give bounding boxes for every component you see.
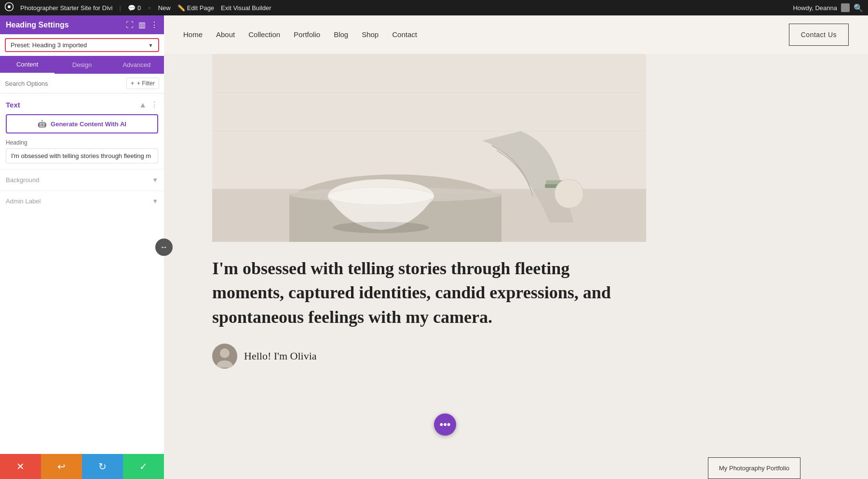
search-filter-row: + + Filter	[0, 74, 164, 93]
cancel-button[interactable]: ✕	[0, 454, 41, 479]
admin-label-chevron-icon: ▼	[152, 198, 158, 205]
heading-field-input[interactable]	[6, 148, 158, 163]
redo-icon: ↻	[98, 461, 107, 472]
howdy-label: Howdy, Deanna	[793, 4, 837, 12]
redo-button[interactable]: ↻	[82, 454, 123, 479]
hero-svg	[212, 54, 646, 242]
exit-builder-link[interactable]: Exit Visual Builder	[221, 4, 271, 12]
panel-header: Heading Settings ⛶ ▥ ⋮	[0, 15, 164, 34]
text-section-header: Text ▲ ⋮	[0, 93, 164, 114]
svg-point-14	[555, 179, 583, 208]
admin-label-section: Admin Label ▼	[0, 190, 164, 212]
save-button[interactable]: ✓	[123, 454, 164, 479]
admin-bar-sep: |	[119, 4, 121, 12]
nav-item-portfolio[interactable]: Portfolio	[294, 30, 320, 39]
admin-label-section-header[interactable]: Admin Label ▼	[0, 191, 164, 212]
author-name: Hello! I'm Olivia	[244, 350, 317, 362]
svg-point-10	[328, 187, 434, 205]
svg-point-1	[8, 5, 11, 8]
background-chevron-icon: ▼	[152, 176, 158, 184]
nav-link-blog[interactable]: Blog	[334, 30, 348, 39]
bottom-action-bar: ✕ ↩ ↻ ✓	[0, 454, 164, 479]
nav-link-home[interactable]: Home	[183, 30, 203, 39]
admin-search-button[interactable]: 🔍	[854, 3, 863, 13]
wp-logo-icon[interactable]	[5, 2, 14, 13]
fullscreen-icon[interactable]: ⛶	[126, 21, 134, 29]
hero-image	[212, 54, 646, 242]
svg-point-11	[333, 222, 429, 233]
comment-bubble-icon: 💬	[128, 4, 136, 12]
page-content: I'm obsessed with telling stories throug…	[164, 54, 868, 393]
author-row: Hello! I'm Olivia	[212, 344, 820, 369]
background-label: Background	[6, 176, 39, 184]
panel-drag-handle[interactable]: ↔	[155, 239, 173, 256]
floating-action-button[interactable]: •••	[434, 413, 456, 436]
nav-item-blog[interactable]: Blog	[334, 30, 348, 39]
admin-user-area: Howdy, Deanna 🔍	[793, 3, 863, 13]
nav-item-home[interactable]: Home	[183, 30, 203, 39]
nav-item-about[interactable]: About	[216, 30, 235, 39]
fab-icon: •••	[439, 418, 450, 431]
collapse-text-icon[interactable]: ▲	[139, 101, 147, 109]
page-area: Home About Collection Portfolio Blog Sho…	[164, 15, 868, 479]
contact-us-button[interactable]: Contact Us	[789, 24, 849, 46]
settings-tabs: Content Design Advanced	[0, 56, 164, 74]
cancel-icon: ✕	[16, 461, 25, 472]
preset-chevron-icon: ▼	[148, 42, 153, 48]
hero-heading: I'm obsessed with telling stories throug…	[212, 256, 632, 329]
nav-item-collection[interactable]: Collection	[248, 30, 280, 39]
nav-item-shop[interactable]: Shop	[362, 30, 379, 39]
preset-dropdown[interactable]: Preset: Heading 3 imported ▼	[5, 38, 159, 52]
panel-header-actions: ⛶ ▥ ⋮	[126, 20, 158, 29]
admin-avatar	[841, 3, 850, 12]
new-link[interactable]: New	[158, 4, 171, 12]
avatar-svg	[212, 344, 237, 369]
preset-label: Preset: Heading 3 imported	[11, 41, 87, 49]
heading-field-group: Heading	[0, 139, 164, 169]
text-section-title: Text	[6, 101, 20, 109]
svg-rect-3	[212, 54, 646, 189]
comments-link[interactable]: 💬 0	[128, 4, 141, 12]
nav-links: Home About Collection Portfolio Blog Sho…	[183, 30, 417, 39]
nav-link-about[interactable]: About	[216, 30, 235, 39]
tab-design[interactable]: Design	[54, 56, 109, 74]
columns-icon[interactable]: ▥	[138, 20, 146, 29]
filter-button[interactable]: + + Filter	[126, 78, 159, 89]
text-section-actions: ▲ ⋮	[139, 100, 158, 109]
site-name[interactable]: Photographer Starter Site for Divi	[20, 4, 112, 12]
admin-label-text: Admin Label	[6, 198, 41, 205]
heading-field-label: Heading	[6, 139, 158, 146]
nav-item-contact[interactable]: Contact	[392, 30, 417, 39]
nav-link-shop[interactable]: Shop	[362, 30, 379, 39]
background-section-header[interactable]: Background ▼	[0, 170, 164, 190]
nav-link-collection[interactable]: Collection	[248, 30, 280, 39]
search-input[interactable]	[5, 80, 122, 87]
panel-title: Heading Settings	[6, 21, 69, 29]
more-text-icon[interactable]: ⋮	[150, 100, 158, 109]
undo-button[interactable]: ↩	[41, 454, 82, 479]
author-avatar	[212, 344, 237, 369]
pencil-icon: ✏️	[177, 4, 185, 12]
bowl-illustration	[212, 54, 646, 242]
admin-bar: Photographer Starter Site for Divi | 💬 0…	[0, 0, 868, 15]
site-nav: Home About Collection Portfolio Blog Sho…	[164, 15, 868, 54]
more-options-icon[interactable]: ⋮	[150, 20, 158, 29]
tab-content[interactable]: Content	[0, 56, 54, 74]
settings-panel: Heading Settings ⛶ ▥ ⋮ Preset: Heading 3…	[0, 15, 164, 479]
admin-bar-sep2: +	[148, 4, 151, 12]
generate-ai-button[interactable]: 🤖 Generate Content With AI	[6, 114, 158, 133]
svg-point-16	[220, 348, 230, 358]
background-section: Background ▼	[0, 169, 164, 190]
filter-plus-icon: +	[131, 80, 134, 87]
save-icon: ✓	[139, 461, 148, 472]
ai-icon: 🤖	[38, 120, 47, 128]
panel-spacer	[0, 212, 164, 454]
edit-link[interactable]: ✏️ Edit Page	[177, 4, 214, 12]
nav-link-portfolio[interactable]: Portfolio	[294, 30, 320, 39]
main-layout: Heading Settings ⛶ ▥ ⋮ Preset: Heading 3…	[0, 15, 868, 479]
undo-icon: ↩	[57, 461, 66, 472]
generate-ai-label: Generate Content With AI	[51, 120, 126, 128]
nav-link-contact[interactable]: Contact	[392, 30, 417, 39]
tab-advanced[interactable]: Advanced	[109, 56, 164, 74]
portfolio-button[interactable]: My Photography Portfolio	[708, 457, 800, 479]
